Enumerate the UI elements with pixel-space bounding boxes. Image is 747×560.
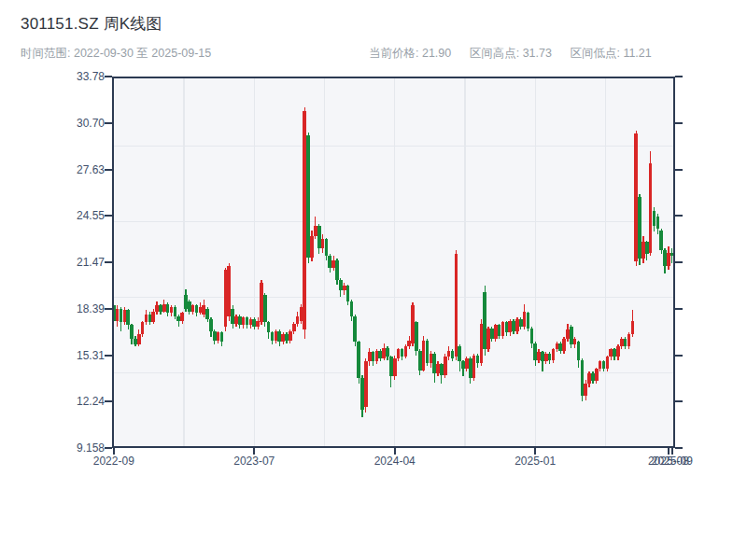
y-axis-right-tick-mark — [675, 122, 683, 124]
y-axis-right-tick-mark — [675, 447, 683, 449]
y-axis-tick-label: 15.31 — [26, 349, 105, 362]
x-axis-tick-mark — [534, 447, 536, 455]
x-axis-tick-mark — [253, 447, 255, 455]
y-axis-right-tick-mark — [675, 215, 683, 217]
x-axis-tick-label: 2022-09 — [84, 455, 144, 468]
y-axis-tick-label: 33.78 — [26, 70, 105, 83]
y-axis-tick-mark — [105, 122, 112, 124]
x-axis-tick-mark — [113, 447, 115, 455]
y-axis-tick-label: 27.63 — [26, 163, 105, 176]
y-axis-right-tick-mark — [675, 169, 683, 171]
y-axis-right-tick-mark — [675, 355, 683, 357]
time-range-label: 时间范围: 2022-09-30 至 2025-09-15 — [21, 46, 211, 62]
x-axis-tick-label: 2025-01 — [505, 455, 565, 468]
range-low-stat: 区间低点: 11.21 — [570, 47, 651, 60]
y-axis-right-tick-mark — [675, 308, 683, 310]
x-axis-tick-label: 2025-09 — [642, 455, 702, 468]
y-axis-tick-label: 18.39 — [26, 302, 105, 315]
x-axis-tick-mark — [394, 447, 396, 455]
x-axis-tick-mark — [668, 447, 669, 455]
y-axis-tick-label: 24.55 — [26, 209, 105, 222]
y-axis-tick-label: 30.70 — [26, 117, 105, 130]
range-high-stat: 区间高点: 31.73 — [470, 47, 552, 60]
price-stats: 当前价格: 21.90 区间高点: 31.73 区间低点: 11.21 — [369, 46, 667, 62]
x-axis-tick-mark — [671, 447, 673, 455]
y-axis-tick-mark — [105, 215, 112, 217]
y-axis-tick-mark — [105, 308, 112, 310]
kline-chart-page: 301151.SZ 周K线图 时间范围: 2022-09-30 至 2025-0… — [0, 0, 747, 560]
x-axis-tick-label: 2024-04 — [365, 455, 425, 468]
y-axis-tick-mark — [105, 76, 112, 77]
y-axis-right-tick-mark — [675, 400, 683, 402]
y-axis-tick-mark — [105, 400, 112, 402]
y-axis-tick-mark — [105, 355, 112, 357]
y-axis-tick-label: 21.47 — [26, 256, 105, 269]
current-price-stat: 当前价格: 21.90 — [369, 47, 451, 60]
y-axis-right-tick-mark — [675, 76, 683, 77]
y-axis-right-tick-mark — [675, 261, 683, 263]
x-axis-tick-label: 2023-07 — [224, 455, 284, 468]
page-title: 301151.SZ 周K线图 — [21, 13, 162, 35]
y-axis-tick-label: 12.24 — [26, 395, 105, 408]
y-axis-tick-mark — [105, 261, 112, 263]
y-axis-tick-mark — [105, 447, 112, 449]
candlestick-plot — [112, 77, 675, 448]
y-axis-tick-label: 9.158 — [26, 441, 105, 455]
y-axis-tick-mark — [105, 169, 112, 171]
